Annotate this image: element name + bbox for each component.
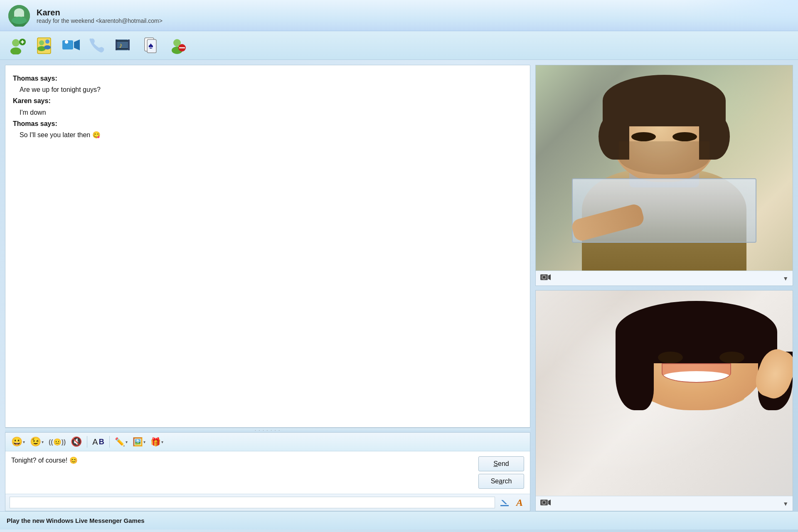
remote-video-frame: [536, 65, 793, 271]
svg-marker-31: [501, 500, 507, 504]
svg-text:♪: ♪: [119, 41, 123, 49]
message-group-3: Thomas says: So I'll see you later then …: [13, 118, 522, 140]
chat-messages[interactable]: Thomas says: Are we up for tonight guys?…: [5, 65, 530, 428]
svg-point-1: [15, 9, 24, 18]
svg-rect-19: [128, 39, 130, 50]
svg-point-13: [44, 45, 51, 49]
smiley-icon: 😀: [11, 436, 22, 447]
compose-text-content: Tonight? of course! 😊: [11, 456, 78, 464]
svg-text:♠: ♠: [148, 40, 153, 51]
video-call-button[interactable]: [60, 34, 81, 56]
emoticon-dropdown-arrow: ▾: [23, 440, 25, 444]
video-panel: ▼: [535, 65, 793, 511]
send-button[interactable]: Send: [478, 456, 524, 471]
svg-point-5: [10, 47, 21, 54]
separator-2: [109, 436, 110, 448]
compose-text-display[interactable]: Tonight? of course! 😊: [11, 456, 473, 464]
background-dropdown-arrow: ▾: [143, 440, 145, 444]
svg-marker-15: [74, 39, 80, 50]
gift-icon: 🎁: [150, 437, 161, 447]
gift-button[interactable]: 🎁 ▾: [149, 435, 165, 448]
header: Karen ready for the weekend <karentoh@ho…: [0, 0, 798, 31]
svg-point-34: [543, 276, 545, 278]
add-contact-button[interactable]: [7, 34, 28, 56]
pen-tool-button[interactable]: [498, 497, 511, 508]
games-button[interactable]: ♠: [140, 34, 161, 56]
font-icon: A: [92, 437, 98, 447]
block-button[interactable]: [166, 34, 188, 56]
emoticon-button[interactable]: 😀 ▾: [10, 435, 27, 448]
remote-video-box: ▼: [535, 65, 793, 286]
sound-button[interactable]: 🔇: [69, 435, 84, 448]
contact-status: ready for the weekend <karentoh@hotmail.…: [37, 17, 163, 24]
message-group-2: Karen says: I'm down: [13, 95, 522, 118]
font-a-icon: A: [516, 497, 523, 508]
pencil-icon: ✏️: [115, 437, 125, 447]
sender-label-1: Thomas says:: [13, 73, 522, 84]
compose-input[interactable]: [10, 497, 495, 508]
font-bold-icon: B: [99, 438, 104, 446]
svg-point-2: [12, 17, 26, 27]
contact-list-button[interactable]: [33, 34, 55, 56]
avatar: [8, 5, 30, 27]
remote-video-controls: ▼: [536, 271, 793, 286]
color-button[interactable]: ✏️ ▾: [113, 435, 129, 448]
main-content: Thomas says: Are we up for tonight guys?…: [0, 60, 798, 511]
header-info: Karen ready for the weekend <karentoh@ho…: [37, 8, 163, 24]
local-video-frame: [536, 291, 793, 496]
message-text-3: So I'll see you later then 😋: [13, 129, 522, 140]
wink-dropdown-arrow: ▾: [42, 440, 44, 444]
svg-marker-35: [548, 274, 551, 280]
contact-name: Karen: [37, 8, 163, 17]
svg-point-16: [65, 40, 68, 44]
sender-label-2: Karen says:: [13, 95, 522, 106]
remote-video-dropdown[interactable]: ▼: [783, 275, 788, 282]
sound-icon: 🔇: [71, 436, 82, 447]
nudge-button[interactable]: ((😐)): [47, 435, 67, 448]
main-toolbar: ♪ ♠: [0, 31, 798, 60]
wink-button[interactable]: 😉 ▾: [28, 435, 45, 448]
send-label: Send: [493, 460, 509, 468]
wink-icon: 😉: [30, 436, 41, 447]
nudge-icon: ((😐)): [49, 438, 66, 446]
resize-dots: · · · · · · ·: [255, 428, 281, 433]
compose-text-area: Tonight? of course! 😊 Send Search: [5, 451, 530, 494]
svg-point-10: [39, 40, 44, 45]
svg-point-4: [12, 39, 20, 47]
svg-point-3: [15, 10, 23, 17]
webcam-icon-2: [540, 498, 551, 509]
font-size-button[interactable]: A: [513, 497, 526, 508]
compose-bottom-bar: A: [5, 494, 530, 511]
local-video-dropdown[interactable]: ▼: [783, 500, 788, 507]
compose-action-buttons: Send Search: [478, 456, 524, 489]
svg-point-38: [543, 501, 545, 503]
svg-point-11: [45, 39, 49, 44]
svg-marker-39: [548, 500, 551, 505]
local-video-box: ▼: [535, 290, 793, 511]
background-icon: 🖼️: [133, 437, 143, 447]
search-button[interactable]: Search: [478, 474, 524, 489]
activities-button[interactable]: ♪: [113, 34, 135, 56]
footer-text: Play the new Windows Live Messenger Game…: [7, 517, 145, 524]
footer: Play the new Windows Live Messenger Game…: [0, 511, 798, 530]
color-dropdown-arrow: ▾: [126, 440, 128, 444]
compose-bottom-icons: A: [498, 497, 526, 508]
gift-dropdown-arrow: ▾: [161, 440, 163, 444]
message-text-2: I'm down: [13, 107, 522, 118]
sender-label-3: Thomas says:: [13, 118, 522, 129]
resize-handle[interactable]: · · · · · · ·: [5, 428, 530, 433]
search-label: Search: [491, 478, 512, 485]
font-button[interactable]: A B: [91, 435, 106, 448]
voice-call-button[interactable]: [86, 34, 108, 56]
local-video-controls: ▼: [536, 496, 793, 511]
compose-area: 😀 ▾ 😉 ▾ ((😐)) 🔇 A: [5, 433, 530, 511]
message-text-1: Are we up for tonight guys?: [13, 84, 522, 95]
background-button[interactable]: 🖼️ ▾: [131, 435, 147, 448]
svg-point-0: [8, 5, 30, 27]
svg-rect-30: [500, 505, 509, 506]
separator-1: [87, 436, 87, 448]
message-group-1: Thomas says: Are we up for tonight guys?: [13, 73, 522, 95]
chat-panel: Thomas says: Are we up for tonight guys?…: [5, 65, 530, 511]
webcam-icon-1: [540, 273, 551, 284]
compose-toolbar: 😀 ▾ 😉 ▾ ((😐)) 🔇 A: [5, 433, 530, 451]
